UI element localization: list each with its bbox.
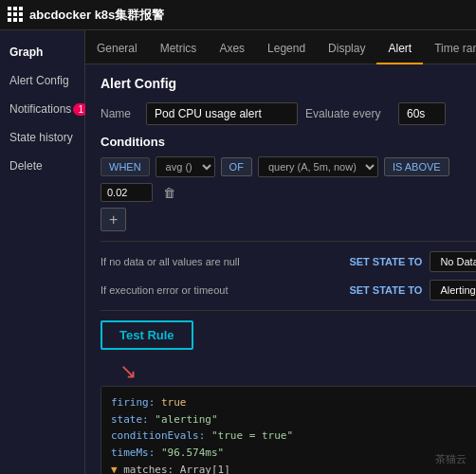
tab-metrics[interactable]: Metrics: [149, 34, 209, 64]
exec-error-label: If execution error or timeout: [101, 284, 341, 296]
watermark: 茶猫云: [435, 452, 467, 466]
name-input[interactable]: [146, 102, 298, 125]
sidebar-item-state-history[interactable]: State history: [0, 123, 84, 152]
right-area: General Metrics Axes Legend Display Aler…: [85, 30, 476, 474]
trash-icon[interactable]: 🗑: [158, 184, 180, 202]
left-panel: Graph Alert Config Notifications1 State …: [0, 30, 85, 474]
is-above-label: IS ABOVE: [384, 157, 449, 176]
exec-error-dropdown[interactable]: Alerting: [430, 280, 476, 301]
sidebar-item-alert-config[interactable]: Alert Config: [0, 66, 84, 95]
evaluate-input[interactable]: [398, 102, 446, 125]
set-state-label-2: SET STATE TO: [349, 284, 422, 296]
test-output-block: firing: true state: "alerting" condition…: [101, 386, 476, 474]
divider-1: [101, 241, 476, 242]
query-select[interactable]: query (A, 5m, now): [258, 156, 378, 177]
add-condition-button[interactable]: +: [101, 208, 126, 231]
threshold-input[interactable]: [101, 183, 153, 202]
cond-evals-line: conditionEvals: "true = true": [111, 428, 476, 445]
conditions-row: WHEN avg () OF query (A, 5m, now) IS ABO…: [101, 156, 476, 202]
matches-line: ▼ matches: Array[1]: [111, 462, 476, 474]
tab-legend[interactable]: Legend: [256, 34, 317, 64]
tab-display[interactable]: Display: [317, 34, 376, 64]
tab-alert[interactable]: Alert: [376, 34, 423, 64]
app-title: abcdocker k8s集群报警: [29, 7, 164, 24]
tabs: General Metrics Axes Legend Display Aler…: [85, 30, 476, 64]
name-row: Name Evaluate every: [101, 102, 476, 125]
timems-line: timeMs: "96.574ms": [111, 445, 476, 462]
state-line: state: "alerting": [111, 411, 476, 428]
tab-time-range[interactable]: Time range: [423, 34, 476, 64]
evaluate-label: Evaluate every: [305, 107, 391, 120]
sidebar-item-graph[interactable]: Graph: [0, 38, 84, 66]
no-data-label: If no data or all values are null: [101, 256, 341, 267]
main-layout: Graph Alert Config Notifications1 State …: [0, 30, 476, 474]
test-rule-button[interactable]: Test Rule: [101, 320, 193, 350]
app-logo: abcdocker k8s集群报警: [8, 7, 164, 24]
content: Alert Config Name Evaluate every Conditi…: [85, 64, 476, 474]
exec-error-row: If execution error or timeout SET STATE …: [101, 280, 476, 301]
when-tag: WHEN: [101, 157, 150, 176]
arrow-indicator: ↘: [119, 359, 476, 384]
no-data-dropdown[interactable]: No Data: [430, 251, 476, 272]
name-label: Name: [101, 107, 138, 120]
conditions-label: Conditions: [101, 135, 476, 149]
of-label: OF: [221, 157, 252, 176]
tab-general[interactable]: General: [85, 34, 149, 64]
sidebar-item-delete[interactable]: Delete: [0, 152, 84, 180]
firing-line: firing: true: [111, 394, 476, 411]
set-state-label-1: SET STATE TO: [349, 256, 422, 267]
top-bar: abcdocker k8s集群报警: [0, 0, 476, 30]
divider-2: [101, 310, 476, 311]
no-data-row: If no data or all values are null SET ST…: [101, 251, 476, 272]
section-title: Alert Config: [101, 76, 476, 91]
avg-select[interactable]: avg (): [156, 156, 215, 177]
grid-icon: [8, 7, 24, 23]
tab-axes[interactable]: Axes: [208, 34, 256, 64]
sidebar-item-notifications[interactable]: Notifications1: [0, 95, 84, 123]
add-condition-row: +: [101, 208, 476, 231]
